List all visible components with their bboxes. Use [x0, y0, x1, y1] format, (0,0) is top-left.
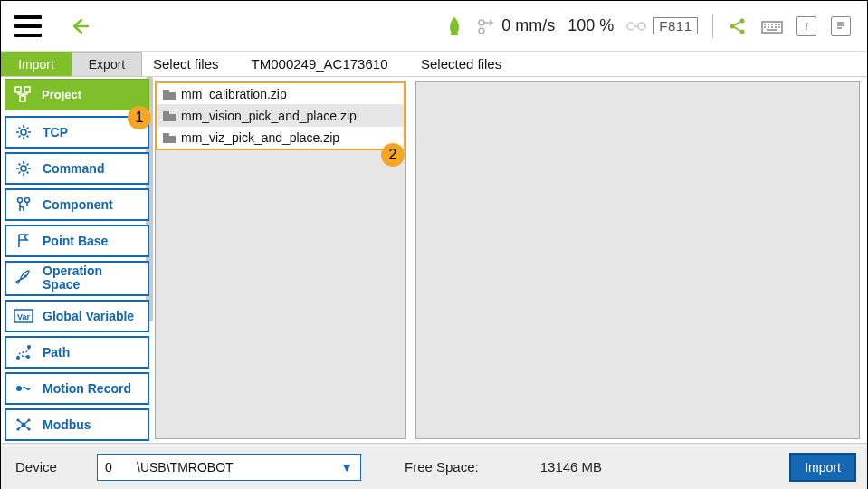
sidebar-item-label: Component [43, 197, 113, 212]
sidebar-item-component[interactable]: Component [5, 188, 149, 221]
sidebar-item-label: Command [43, 161, 104, 176]
svg-point-16 [24, 275, 27, 278]
variable-icon: Var [14, 306, 33, 326]
sidebar-item-label: Operation Space [43, 264, 140, 292]
sidebar-item-label: TCP [43, 125, 68, 139]
sidebar: Project TCP Command Component [1, 77, 153, 443]
speed-indicator: 0 mm/s [476, 16, 555, 35]
svg-point-2 [479, 28, 484, 34]
sidebar-item-label: Project [42, 88, 81, 101]
document-icon[interactable] [827, 13, 854, 40]
device-label: Device [15, 459, 81, 475]
chevron-down-icon: ▼ [340, 460, 353, 475]
sidebar-item-modbus[interactable]: Modbus [5, 408, 149, 441]
sidebar-item-label: Modbus [43, 417, 91, 432]
svg-rect-0 [451, 33, 458, 35]
file-name: mm_calibration.zip [181, 87, 287, 101]
robot-status-icon [445, 16, 463, 36]
svg-point-4 [638, 23, 645, 30]
gear-icon [14, 158, 33, 178]
callout-1: 1 [128, 106, 151, 129]
file-set-id: TM000249_AC173610 [252, 56, 388, 72]
svg-point-15 [25, 198, 30, 203]
sidebar-item-motion-record[interactable]: Motion Record [5, 372, 149, 405]
sidebar-item-label: Path [43, 345, 70, 360]
svg-rect-11 [20, 96, 25, 101]
archive-icon [163, 89, 176, 100]
share-icon[interactable] [724, 13, 751, 40]
file-name: mm_viz_pick_and_place.zip [181, 130, 339, 145]
svg-rect-10 [24, 87, 30, 92]
sidebar-item-label: Point Base [43, 234, 108, 248]
file-name: mm_vision_pick_and_place.zip [181, 109, 357, 123]
record-icon [14, 379, 33, 398]
sidebar-item-project[interactable]: Project [5, 79, 149, 110]
divider [712, 14, 714, 38]
select-files-label: Select files [153, 56, 219, 72]
flag-icon [14, 231, 33, 251]
override-percent: 100 % [568, 16, 614, 35]
free-space-label: Free Space: [405, 459, 479, 475]
archive-icon [163, 132, 176, 143]
sidebar-item-command[interactable]: Command [5, 152, 149, 185]
available-files-pane: mm_calibration.zip mm_vision_pick_and_pl… [155, 81, 406, 439]
device-value: 0 \USB\TMROBOT [105, 460, 234, 475]
tab-import[interactable]: Import [1, 52, 72, 76]
file-list: mm_calibration.zip mm_vision_pick_and_pl… [156, 82, 405, 150]
svg-point-3 [627, 23, 634, 30]
info-icon[interactable]: i [793, 13, 820, 40]
svg-point-12 [21, 129, 26, 135]
sidebar-item-label: Motion Record [43, 381, 131, 396]
rocket-icon [14, 268, 33, 288]
sidebar-item-operation-space[interactable]: Operation Space [5, 261, 149, 296]
tool-icon [14, 195, 33, 215]
sidebar-item-label: Global Variable [43, 309, 134, 323]
svg-text:Var: Var [17, 312, 31, 321]
path-icon [14, 342, 33, 362]
file-row[interactable]: mm_viz_pick_and_place.zip [157, 127, 404, 149]
speed-value: 0 mm/s [501, 16, 555, 35]
file-row[interactable]: mm_vision_pick_and_place.zip [157, 105, 404, 127]
bottom-bar: Device 0 \USB\TMROBOT ▼ Free Space: 1314… [1, 443, 867, 489]
device-select[interactable]: 0 \USB\TMROBOT ▼ [97, 454, 361, 481]
archive-icon [163, 110, 176, 121]
project-icon [13, 84, 33, 104]
svg-point-22 [16, 386, 22, 391]
free-space-value: 13146 MB [540, 459, 602, 475]
top-bar: 0 mm/s 100 % F811 i [1, 1, 867, 52]
gear-icon [14, 122, 33, 142]
selected-files-label: Selected files [410, 52, 867, 76]
error-code: F811 [626, 17, 697, 34]
svg-rect-9 [15, 87, 21, 92]
sidebar-item-global-variable[interactable]: Var Global Variable [5, 300, 149, 332]
import-button[interactable]: Import [789, 453, 856, 482]
tab-export[interactable]: Export [72, 52, 142, 76]
svg-point-14 [18, 198, 23, 203]
svg-point-13 [21, 166, 26, 171]
svg-point-1 [479, 20, 484, 25]
keyboard-icon[interactable] [758, 13, 786, 40]
tabs-row: Import Export Select files TM000249_AC17… [1, 52, 867, 77]
callout-2: 2 [381, 143, 405, 167]
menu-hamburger-icon[interactable] [10, 8, 46, 44]
file-row[interactable]: mm_calibration.zip [157, 83, 404, 105]
sidebar-item-path[interactable]: Path [5, 336, 149, 369]
sidebar-item-point-base[interactable]: Point Base [5, 225, 149, 257]
back-button[interactable] [62, 10, 95, 43]
modbus-icon [14, 415, 33, 435]
selected-files-pane [415, 81, 860, 439]
